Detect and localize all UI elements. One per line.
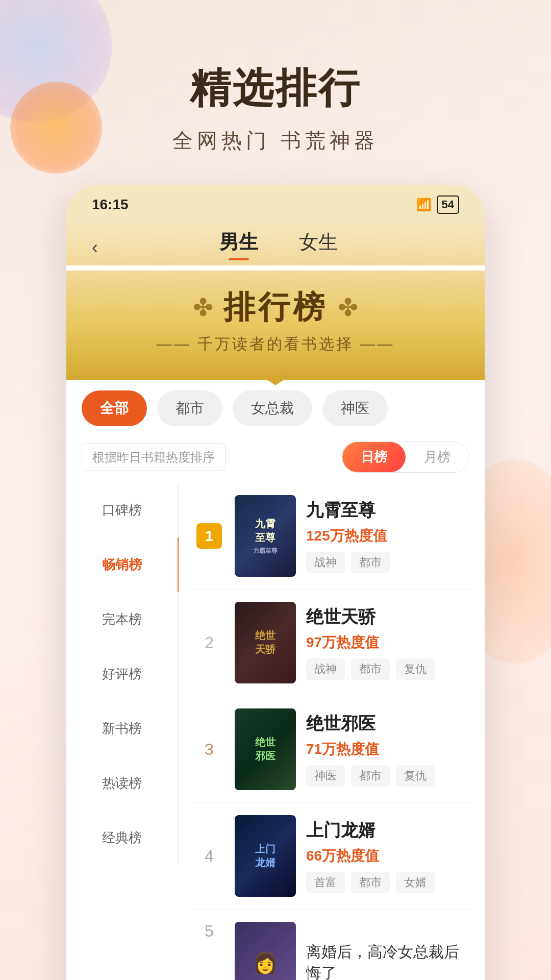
- book-info-2: 绝世天骄 97万热度值 战神 都市 复仇: [306, 605, 469, 680]
- book-title-4: 上门龙婿: [306, 819, 469, 842]
- book-tag-3-1: 都市: [351, 765, 390, 787]
- book-info-3: 绝世邪医 71万热度值 神医 都市 复仇: [306, 712, 469, 787]
- partial-book-text: 离婚后，高冷女总裁后悔了: [306, 942, 469, 980]
- laurel-right-icon: ✤: [338, 293, 358, 322]
- status-bar: 16:15 📶 54: [66, 185, 485, 219]
- book-info-1: 九霄至尊 125万热度值 战神 都市: [306, 499, 469, 573]
- filter-divine-doctor[interactable]: 神医: [322, 390, 388, 426]
- sidebar-item-reduzhi[interactable]: 热读榜: [66, 756, 179, 811]
- hero-subtitle: 全网热门 书荒神器: [20, 127, 531, 155]
- book-tag-2-0: 战神: [306, 658, 345, 680]
- book-tag-1-1: 都市: [351, 552, 390, 573]
- rank-badge-1: 1: [194, 523, 224, 549]
- status-time: 16:15: [92, 197, 129, 213]
- book-tag-4-1: 都市: [351, 872, 390, 893]
- book-cover-partial: 👩: [235, 922, 296, 980]
- hero-title: 精选排行: [20, 61, 531, 116]
- hero-section: 精选排行 全网热门 书荒神器: [0, 0, 551, 185]
- sort-info-text: 根据昨日书籍热度排序: [82, 444, 226, 471]
- filter-city[interactable]: 都市: [157, 390, 222, 426]
- rank-badge-2: 2: [194, 633, 224, 652]
- sidebar-item-koubei[interactable]: 口碑榜: [66, 483, 179, 537]
- sidebar-item-wanben[interactable]: 完本榜: [66, 592, 179, 647]
- book-tags-3: 神医 都市 复仇: [306, 765, 469, 787]
- partial-book-item[interactable]: 5 👩 离婚后，高冷女总裁后悔了: [189, 910, 474, 980]
- laurel-left-icon: ✤: [193, 293, 213, 322]
- rank-badge-partial: 5: [194, 922, 224, 941]
- sidebar-item-changxiao[interactable]: 畅销榜: [66, 537, 179, 592]
- book-cover-2: 绝世天骄: [235, 602, 296, 683]
- sidebar-item-xinshu[interactable]: 新书榜: [66, 701, 179, 756]
- book-tag-3-2: 复仇: [396, 765, 435, 787]
- book-item-1[interactable]: 1 九霄至尊 力霸至尊 九霄至尊 125万热度值 战神 都市: [189, 483, 474, 590]
- book-tag-3-0: 神医: [306, 765, 345, 787]
- book-tags-2: 战神 都市 复仇: [306, 658, 469, 680]
- book-item-3[interactable]: 3 绝世邪医 绝世邪医 71万热度值 神医 都市 复仇: [189, 696, 474, 803]
- banner-arrow: [260, 375, 291, 385]
- book-title-1: 九霄至尊: [306, 499, 469, 522]
- phone-mockup: 16:15 📶 54 ‹ 男生 女生 ✤ 排行榜 ✤ —— 千万读者的看书选择 …: [66, 185, 485, 980]
- tab-female[interactable]: 女生: [299, 229, 338, 260]
- book-cover-1: 九霄至尊 力霸至尊: [235, 495, 296, 577]
- back-button[interactable]: ‹: [92, 237, 98, 258]
- sort-row: 根据昨日书籍热度排序 日榜 月榜: [66, 436, 485, 483]
- book-heat-1: 125万热度值: [306, 526, 469, 546]
- book-tags-1: 战神 都市: [306, 552, 469, 573]
- book-cover-4: 上门龙婿: [235, 815, 296, 897]
- filter-female-ceo[interactable]: 女总裁: [233, 390, 312, 426]
- ranking-banner: ✤ 排行榜 ✤ —— 千万读者的看书选择 ——: [66, 271, 485, 380]
- date-toggle: 日榜 月榜: [342, 442, 469, 473]
- rank-badge-3: 3: [194, 740, 224, 759]
- book-heat-3: 71万热度值: [306, 740, 469, 759]
- ranking-desc: —— 千万读者的看书选择 ——: [92, 334, 459, 355]
- book-heat-4: 66万热度值: [306, 846, 469, 866]
- date-btn-daily[interactable]: 日榜: [342, 442, 406, 472]
- tab-male[interactable]: 男生: [219, 229, 258, 260]
- gender-tabs: 男生 女生: [98, 229, 459, 265]
- book-item-2[interactable]: 2 绝世天骄 绝世天骄 97万热度值 战神 都市 复仇: [189, 590, 474, 696]
- book-tag-4-0: 首富: [306, 872, 345, 893]
- header-tabs: ‹ 男生 女生: [66, 219, 485, 265]
- book-heat-2: 97万热度值: [306, 633, 469, 652]
- book-title-3: 绝世邪医: [306, 712, 469, 736]
- book-title-2: 绝世天骄: [306, 605, 469, 629]
- wifi-icon: 📶: [416, 198, 432, 212]
- rank-badge-4: 4: [194, 847, 224, 866]
- filter-all[interactable]: 全部: [82, 390, 147, 426]
- ranking-main-title: 排行榜: [223, 286, 328, 329]
- ranking-title-wrap: ✤ 排行榜 ✤: [92, 286, 459, 329]
- category-filter-row: 全部 都市 女总裁 神医: [66, 385, 485, 436]
- book-tag-2-1: 都市: [351, 658, 390, 680]
- book-list: 1 九霄至尊 力霸至尊 九霄至尊 125万热度值 战神 都市: [179, 483, 485, 980]
- book-tag-1-0: 战神: [306, 552, 345, 573]
- sidebar: 口碑榜 畅销榜 完本榜 好评榜 新书榜 热读榜 经典榜: [66, 483, 179, 980]
- date-btn-monthly[interactable]: 月榜: [406, 442, 469, 472]
- sidebar-item-haopin[interactable]: 好评榜: [66, 647, 179, 701]
- book-info-4: 上门龙婿 66万热度值 首富 都市 女婿: [306, 819, 469, 893]
- book-tags-4: 首富 都市 女婿: [306, 872, 469, 893]
- book-cover-3: 绝世邪医: [235, 708, 296, 790]
- book-tag-2-2: 复仇: [396, 658, 435, 680]
- battery-indicator: 54: [437, 195, 459, 214]
- status-icons: 📶 54: [416, 195, 459, 214]
- sidebar-item-jingdian[interactable]: 经典榜: [66, 811, 179, 865]
- book-item-4[interactable]: 4 上门龙婿 上门龙婿 66万热度值 首富 都市 女婿: [189, 803, 474, 910]
- main-content: 口碑榜 畅销榜 完本榜 好评榜 新书榜 热读榜 经典榜 1 九霄至尊 力霸至尊: [66, 483, 485, 980]
- book-tag-4-2: 女婿: [396, 872, 435, 893]
- card-section: 全部 都市 女总裁 神医 根据昨日书籍热度排序 日榜 月榜 口碑榜 畅销榜 完本…: [66, 370, 485, 980]
